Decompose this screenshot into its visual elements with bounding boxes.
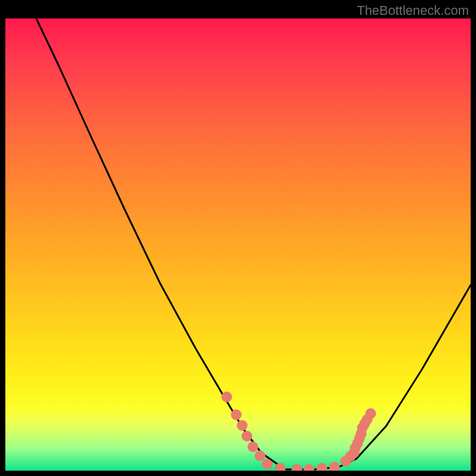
watermark-text: TheBottleneck.com bbox=[357, 3, 469, 18]
gradient-background bbox=[5, 18, 471, 471]
chart-frame bbox=[5, 18, 471, 471]
